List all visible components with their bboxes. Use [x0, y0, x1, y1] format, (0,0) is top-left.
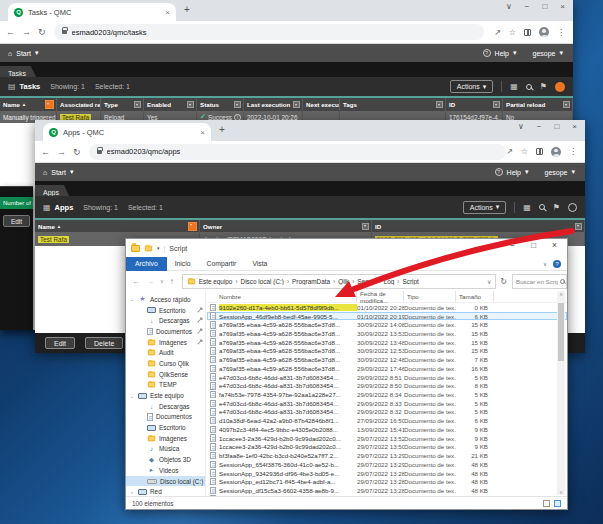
help-menu[interactable]: Help	[495, 50, 509, 57]
minimize-button[interactable]: −	[510, 240, 515, 250]
file-row[interactable]: a769af35-ebaa-4c59-a628-556bac6e37d8...3…	[207, 355, 567, 364]
filter-icon[interactable]	[188, 222, 197, 231]
column-header-enabled[interactable]: Enabled	[144, 98, 197, 111]
new-tab-button[interactable]: +	[219, 124, 225, 135]
browser-menu-icon[interactable]: ⋮	[569, 147, 577, 156]
forward-icon[interactable]: →	[57, 147, 66, 157]
sidebar-item-escritorio[interactable]: Escritorio	[126, 422, 205, 433]
sidebar-item-im-genes[interactable]: Imágenes	[126, 433, 205, 444]
file-row[interactable]: 1ccacee3-2a36-429d-b2b0-9c99dad202c0...2…	[207, 443, 567, 452]
help-menu[interactable]: Help	[507, 169, 521, 176]
quick-access-chevron-icon[interactable]: ▾	[157, 245, 160, 251]
refresh-status-icon[interactable]	[568, 203, 577, 212]
breadcrumb-item[interactable]: Disco local (C:)	[241, 278, 284, 285]
file-row[interactable]: a769af35-ebaa-4c59-a628-556bac6e37d8...3…	[207, 329, 567, 338]
breadcrumb-bar[interactable]: Este equipo›Disco local (C:)›ProgramData…	[182, 274, 497, 289]
sidebar-item-disco-local-c-[interactable]: Disco local (C:)	[126, 476, 205, 487]
file-row[interactable]: e47d03cd-6b8c-46dd-a831-3b7d6083454...29…	[207, 381, 567, 390]
address-bar[interactable]: esmad0203/qmc/tasks	[54, 24, 484, 40]
file-row[interactable]: SessionApp_ed12bc71-ff45-4be4-adbf-a...2…	[207, 477, 567, 486]
kpi-edit-button[interactable]: Edit	[3, 215, 30, 227]
ribbon-collapse-icon[interactable]: ∨	[543, 261, 547, 267]
breadcrumb-item[interactable]: ProgramData	[292, 278, 330, 285]
file-row[interactable]: SessionApp_46df9eb8-bedf-45ae-9905-5...0…	[207, 312, 567, 321]
sidebar-item-m-sica[interactable]: ♪Música	[126, 444, 205, 455]
profile-avatar[interactable]	[539, 27, 549, 37]
tab-close-icon[interactable]: ×	[165, 8, 170, 17]
actions-button[interactable]: Actions▾	[463, 201, 506, 214]
filter-icon[interactable]	[362, 223, 369, 230]
filter-icon[interactable]	[234, 101, 241, 108]
large-icons-view-icon[interactable]	[554, 500, 561, 507]
column-header-tags[interactable]: Tags	[340, 98, 446, 111]
scroll-down-icon[interactable]: ∨	[557, 489, 565, 495]
column-header-name[interactable]: Name▲	[35, 220, 200, 232]
breadcrumb-item[interactable]: Este equipo	[199, 278, 233, 285]
column-header-associated-resource[interactable]: Associated resource	[57, 98, 101, 111]
share-icon[interactable]: ↗	[506, 147, 513, 156]
sidebar-item-documentos[interactable]: Documentos	[126, 326, 205, 337]
address-chevron-icon[interactable]: ∨	[487, 278, 491, 285]
forward-icon[interactable]: →	[146, 277, 154, 286]
close-button[interactable]: ×	[572, 122, 577, 131]
edit-button[interactable]: Edit	[45, 337, 75, 349]
breadcrumb-item[interactable]: Log	[384, 278, 395, 285]
filter-icon[interactable]	[134, 101, 141, 108]
sidebar-item-objetos-3d[interactable]: ◆Objetos 3D	[126, 454, 205, 465]
file-row[interactable]: a769af35-ebaa-4c59-a628-556bac6e37d8...3…	[207, 338, 567, 347]
quick-access-folder-icon[interactable]	[145, 245, 152, 251]
actions-button[interactable]: Actions▾	[450, 80, 493, 93]
sidebar-item-audit[interactable]: Audit	[126, 347, 205, 358]
address-bar[interactable]: esmad0203/qmc/apps	[89, 144, 507, 160]
file-row[interactable]: a769af35-ebaa-4c59-a628-556bac6e37d8...3…	[207, 320, 567, 329]
column-header-type[interactable]: Type	[101, 98, 144, 111]
help-icon[interactable]: ?	[483, 49, 491, 57]
help-icon[interactable]: ?	[553, 260, 561, 268]
sidebar-item-qliksense[interactable]: QlikSense	[126, 369, 205, 380]
maximize-button[interactable]: □	[542, 2, 547, 11]
profile-avatar[interactable]	[551, 147, 561, 157]
search-icon[interactable]	[526, 84, 532, 90]
help-icon[interactable]: ?	[495, 168, 503, 176]
sidebar-item-descargas[interactable]: ↓Descargas	[126, 315, 205, 326]
sidebar-item-acceso-r-pido[interactable]: ⌄★Acceso rápido	[126, 294, 205, 305]
details-view-icon[interactable]	[543, 500, 550, 507]
bookmark-star-icon[interactable]: ☆	[509, 28, 516, 37]
sidebar-item-temp[interactable]: TEMP	[126, 380, 205, 391]
sidebar-item-curso-qlik[interactable]: Curso Qlik	[126, 358, 205, 369]
ribbon-tab-inicio[interactable]: Inicio	[167, 260, 199, 267]
search-icon[interactable]	[539, 204, 545, 210]
column-selector-icon[interactable]: ▦	[510, 82, 518, 91]
column-header-next-execution[interactable]: Next executi...	[303, 98, 340, 111]
up-icon[interactable]: ↑	[170, 277, 174, 286]
sidebar-item-red[interactable]: ›Red	[126, 486, 205, 496]
bookmark-star-icon[interactable]: ☆	[521, 147, 528, 156]
sidebar-item-im-genes[interactable]: Imágenes	[126, 337, 205, 348]
sidebar-item-este-equipo[interactable]: ⌄Este equipo	[126, 390, 205, 401]
ribbon-tab-compartir[interactable]: Compartir	[199, 260, 245, 267]
file-row[interactable]: d10a38df-6ead-42a2-a9b0-87b42846b8f1...2…	[207, 416, 567, 425]
column-header-partial-reload[interactable]: Partial reload	[503, 98, 573, 111]
file-row[interactable]: SessionApp_df15c5a3-6602-4358-ae8b-9...2…	[207, 486, 567, 495]
qmc-start-menu[interactable]: ⌂ Start ▾	[43, 168, 74, 176]
user-menu[interactable]: gesope	[545, 169, 568, 176]
sidebar-item-documentos[interactable]: Documentos	[126, 412, 205, 423]
filter-icon[interactable]	[45, 100, 54, 109]
bookmark-icon[interactable]: ⚑	[553, 203, 560, 212]
search-input[interactable]	[516, 278, 558, 285]
file-row[interactable]: 1ccacee3-2a36-429d-b2b0-9c99dad202c0...2…	[207, 434, 567, 443]
file-row[interactable]: bf3faa8e-1ef0-42bc-b3cd-b240e52a7ff7.2..…	[207, 451, 567, 460]
side-panel-icon[interactable]	[536, 148, 543, 155]
column-header-name[interactable]: Name▲	[0, 98, 57, 111]
file-row[interactable]: e47d03cd-6b8c-46dd-a831-3b7d6083454...29…	[207, 408, 567, 417]
column-header-id[interactable]: ID	[372, 220, 585, 232]
side-panel-icon[interactable]	[524, 29, 531, 36]
column-header-last-execution[interactable]: Last execution	[244, 98, 303, 111]
tab-search-icon[interactable]: ∨	[518, 122, 524, 131]
qmc-start-menu[interactable]: ⌂ Start ▾	[8, 49, 39, 57]
new-tab-button[interactable]: +	[184, 4, 190, 15]
tab-close-icon[interactable]: ×	[200, 128, 205, 137]
refresh-status-icon[interactable]	[555, 82, 565, 92]
filter-icon[interactable]	[563, 101, 570, 108]
scrollbar-thumb[interactable]	[558, 303, 564, 361]
